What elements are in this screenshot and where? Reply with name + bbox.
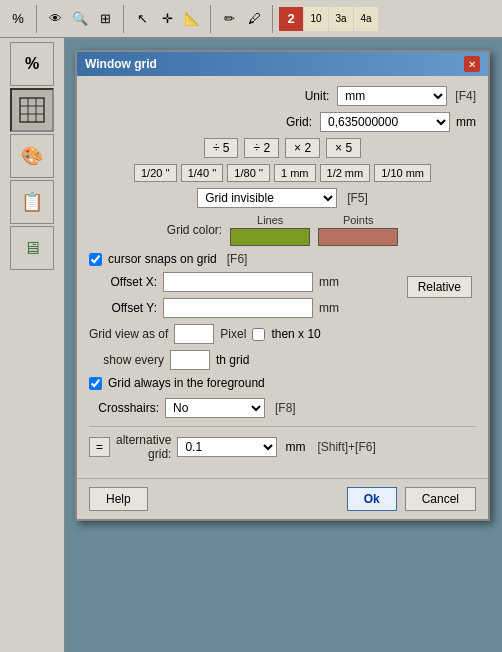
preset-row: 1/20 '' 1/40 '' 1/80 '' 1 mm 1/2 mm 1/10… xyxy=(89,164,476,182)
side-panel: % 🎨 📋 🖥 xyxy=(0,38,65,652)
points-color-swatch[interactable] xyxy=(318,228,398,246)
crosshair-label: Crosshairs: xyxy=(89,401,159,415)
offset-x-input[interactable]: 0 xyxy=(163,272,313,292)
alt-grid-row: = alternative grid: 0.1 mm [Shift]+[F6] xyxy=(89,433,476,462)
offset-y-input[interactable]: 0 xyxy=(163,298,313,318)
dialog-title: Window grid xyxy=(85,57,157,71)
cancel-button[interactable]: Cancel xyxy=(405,487,476,511)
crosshair-shortcut: [F8] xyxy=(275,401,296,415)
side-copy-btn[interactable]: 📋 xyxy=(10,180,54,224)
num4a-icon[interactable]: 4a xyxy=(354,7,378,31)
measure-icon[interactable]: 📐 xyxy=(180,7,204,31)
toolbar-group-5: 2 10 3a 4a xyxy=(277,7,380,31)
alt-grid-select[interactable]: 0.1 xyxy=(177,437,277,457)
grid-invisible-row: Grid invisible [F5] xyxy=(89,188,476,208)
grid-unit-label: mm xyxy=(456,115,476,129)
preset-120-button[interactable]: 1/20 '' xyxy=(134,164,177,182)
side-percent-btn[interactable]: % xyxy=(10,42,54,86)
grid-view-input[interactable]: 3 xyxy=(174,324,214,344)
toolbar-group-1: % xyxy=(4,7,32,31)
toolbar: % 👁 🔍 ⊞ ↖ ✛ 📐 ✏ 🖊 2 10 3a 4a xyxy=(0,0,502,38)
dialog: Window grid ✕ Unit: mm [F4] Grid: 0,6350… xyxy=(75,50,490,521)
grid-view-label: Grid view as of xyxy=(89,327,168,341)
crosshair-select[interactable]: No xyxy=(165,398,265,418)
sep-2 xyxy=(123,5,124,33)
show-every-unit: th grid xyxy=(216,353,249,367)
side-color-btn[interactable]: 🎨 xyxy=(10,134,54,178)
div5-button[interactable]: ÷ 5 xyxy=(204,138,239,158)
div2-button[interactable]: ÷ 2 xyxy=(244,138,279,158)
zoom-icon[interactable]: 🔍 xyxy=(68,7,92,31)
always-fore-row: Grid always in the foreground xyxy=(89,376,476,390)
grid-label: Grid: xyxy=(89,115,316,129)
toolbar-group-4: ✏ 🖊 xyxy=(215,7,268,31)
lines-label: Lines xyxy=(257,214,283,226)
relative-button[interactable]: Relative xyxy=(407,276,472,298)
preset-half-button[interactable]: 1/2 mm xyxy=(320,164,371,182)
eye-icon[interactable]: 👁 xyxy=(43,7,67,31)
show-every-label: show every xyxy=(89,353,164,367)
color-section: Grid color: Lines Points xyxy=(89,214,476,246)
show-every-row: show every 2 th grid xyxy=(89,350,476,370)
offset-y-row: Offset Y: 0 mm xyxy=(89,298,476,318)
window-icon[interactable]: ⊞ xyxy=(93,7,117,31)
then-x10-checkbox[interactable] xyxy=(252,328,265,341)
points-color-group: Points xyxy=(318,214,398,246)
dialog-close-button[interactable]: ✕ xyxy=(464,56,480,72)
side-screen-btn[interactable]: 🖥 xyxy=(10,226,54,270)
eq-button[interactable]: = xyxy=(89,437,110,457)
preset-180-button[interactable]: 1/80 '' xyxy=(227,164,270,182)
always-fore-checkbox[interactable] xyxy=(89,377,102,390)
offset-y-unit: mm xyxy=(319,301,339,315)
offset-y-label: Offset Y: xyxy=(89,301,157,315)
help-button[interactable]: Help xyxy=(89,487,148,511)
num3a-icon[interactable]: 3a xyxy=(329,7,353,31)
unit-label: Unit: xyxy=(89,89,333,103)
num2-icon[interactable]: 2 xyxy=(279,7,303,31)
move-icon[interactable]: ✛ xyxy=(155,7,179,31)
grid-invisible-shortcut: [F5] xyxy=(347,191,368,205)
offset-x-label: Offset X: xyxy=(89,275,157,289)
crosshair-row: Crosshairs: No [F8] xyxy=(89,398,476,418)
cursor-snaps-label: cursor snaps on grid xyxy=(108,252,217,266)
preset-140-button[interactable]: 1/40 '' xyxy=(181,164,224,182)
lines-color-group: Lines xyxy=(230,214,310,246)
pen-icon[interactable]: 🖊 xyxy=(242,7,266,31)
cursor-snaps-row: cursor snaps on grid [F6] xyxy=(89,252,476,266)
sep-4 xyxy=(272,5,273,33)
side-grid-btn[interactable] xyxy=(10,88,54,132)
cursor-icon[interactable]: ↖ xyxy=(130,7,154,31)
mul5-button[interactable]: × 5 xyxy=(326,138,361,158)
grid-color-label: Grid color: xyxy=(167,223,222,237)
draw-icon[interactable]: ✏ xyxy=(217,7,241,31)
alt-grid-shortcut: [Shift]+[F6] xyxy=(317,440,375,454)
preset-tenth-button[interactable]: 1/10 mm xyxy=(374,164,431,182)
percent-icon[interactable]: % xyxy=(6,7,30,31)
num10-icon[interactable]: 10 xyxy=(304,7,328,31)
sep-1 xyxy=(36,5,37,33)
sep-3 xyxy=(210,5,211,33)
show-every-input[interactable]: 2 xyxy=(170,350,210,370)
grid-view-unit: Pixel xyxy=(220,327,246,341)
cursor-snaps-checkbox[interactable] xyxy=(89,253,102,266)
unit-shortcut: [F4] xyxy=(455,89,476,103)
dialog-footer: Help Ok Cancel xyxy=(77,478,488,519)
grid-value-select[interactable]: 0,635000000 xyxy=(320,112,450,132)
always-fore-label: Grid always in the foreground xyxy=(108,376,265,390)
grid-invisible-select[interactable]: Grid invisible xyxy=(197,188,337,208)
lines-color-swatch[interactable] xyxy=(230,228,310,246)
unit-select[interactable]: mm xyxy=(337,86,447,106)
preset-1mm-button[interactable]: 1 mm xyxy=(274,164,316,182)
grid-view-row: Grid view as of 3 Pixel then x 10 xyxy=(89,324,476,344)
dialog-body: Unit: mm [F4] Grid: 0,635000000 mm ÷ 5 ÷… xyxy=(77,76,488,478)
divider-row: ÷ 5 ÷ 2 × 2 × 5 xyxy=(89,138,476,158)
cursor-snaps-shortcut: [F6] xyxy=(227,252,248,266)
toolbar-group-3: ↖ ✛ 📐 xyxy=(128,7,206,31)
separator xyxy=(89,426,476,427)
unit-row: Unit: mm [F4] xyxy=(89,86,476,106)
ok-button[interactable]: Ok xyxy=(347,487,397,511)
alt-grid-unit: mm xyxy=(285,440,305,454)
grid-icon xyxy=(18,96,46,124)
offset-x-unit: mm xyxy=(319,275,339,289)
mul2-button[interactable]: × 2 xyxy=(285,138,320,158)
